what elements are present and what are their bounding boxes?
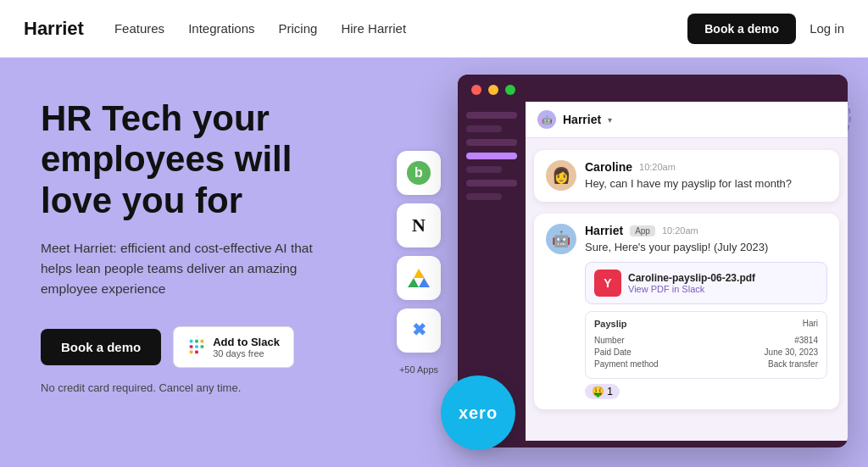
payslip-number-row: Number #3814 — [594, 336, 818, 345]
payslip-title: Payslip — [594, 319, 627, 329]
payslip-method-row: Payment method Back transfer — [594, 359, 818, 369]
payslip-label: Hari — [803, 319, 818, 333]
payslip-card: Payslip Hari Number #3814 Paid Date — [585, 311, 827, 379]
hero-left: HR Tech your employees will love you for… — [0, 58, 373, 467]
nav-links: Features Integrations Pricing Hire Harri… — [114, 21, 687, 36]
svg-rect-3 — [190, 346, 193, 349]
payslip-paid-label: Paid Date — [594, 347, 632, 357]
sidebar-line-2 — [466, 125, 502, 132]
chat-header: 🤖 Harriet ▾ — [526, 102, 848, 138]
file-attachment: Y Caroline-payslip-06-23.pdf View PDF in… — [585, 262, 827, 304]
app-more-label: +50 Apps — [399, 364, 438, 375]
caroline-msg-body: Caroline 10:20am Hey, can I have my pays… — [585, 160, 827, 192]
nav-book-demo-button[interactable]: Book a demo — [687, 14, 796, 44]
window-titlebar — [458, 75, 848, 102]
reaction-bubble[interactable]: 🤑 1 — [585, 384, 620, 399]
payslip-paid-row: Paid Date June 30, 2023 — [594, 347, 818, 357]
sidebar-line-7 — [466, 193, 502, 200]
app-icon-bubble: b — [397, 151, 441, 195]
slack-icon — [187, 337, 206, 356]
file-info: Caroline-payslip-06-23.pdf View PDF in S… — [628, 272, 818, 294]
nav-login-button[interactable]: Log in — [810, 21, 844, 36]
app-icon-drive — [397, 256, 441, 300]
caroline-text: Hey, can I have my payslip for last mont… — [585, 176, 827, 192]
window-dot-yellow — [488, 85, 498, 95]
navbar: Harriet Features Integrations Pricing Hi… — [0, 0, 868, 58]
slack-text-top: Add to Slack — [213, 336, 280, 348]
nav-hire-harriet[interactable]: Hire Harriet — [341, 21, 406, 36]
pdf-icon: Y — [594, 270, 621, 297]
harriet-msg-header: Harriet App 10:20am — [585, 224, 827, 237]
svg-rect-1 — [195, 340, 198, 343]
payslip-title-row: Payslip Hari — [594, 319, 818, 333]
logo: Harriet — [24, 18, 84, 40]
hero-no-card: No credit card required. Cancel any time… — [41, 381, 373, 394]
message-harriet: 🤖 Harriet App 10:20am Sure, Here's your … — [534, 214, 839, 409]
slack-text: Add to Slack 30 days free — [213, 336, 280, 359]
svg-rect-4 — [195, 346, 198, 349]
app-icon-notion: N — [397, 203, 441, 247]
hero-section: HR Tech your employees will love you for… — [0, 58, 868, 467]
sidebar-line-1 — [466, 112, 517, 119]
harriet-text: Sure, Here's your payslip! (July 2023) — [585, 240, 827, 255]
window-dot-green — [505, 85, 515, 95]
svg-rect-0 — [190, 340, 193, 343]
svg-marker-12 — [408, 278, 419, 287]
file-name: Caroline-payslip-06-23.pdf — [628, 272, 818, 284]
nav-integrations[interactable]: Integrations — [188, 21, 254, 36]
reaction-row: 🤑 1 — [585, 384, 827, 399]
nav-features[interactable]: Features — [114, 21, 164, 36]
caroline-msg-header: Caroline 10:20am — [585, 160, 827, 174]
chat-area: 🤖 Harriet ▾ 👩 Caroline 10:20am — [526, 102, 848, 441]
harriet-avatar: 🤖 — [546, 224, 576, 254]
svg-text:✖: ✖ — [412, 320, 426, 339]
sidebar-line-3 — [466, 139, 517, 146]
payslip-number-label: Number — [594, 336, 625, 345]
harriet-badge: App — [630, 225, 655, 236]
navbar-right: Book a demo Log in — [687, 14, 844, 44]
sidebar-line-4 — [466, 153, 517, 159]
sidebar-line-5 — [466, 166, 502, 173]
payslip-method-label: Payment method — [594, 359, 659, 369]
harriet-avatar-sm: 🤖 — [537, 110, 556, 129]
hero-book-demo-button[interactable]: Book a demo — [41, 329, 161, 365]
payslip-paid: June 30, 2023 — [765, 347, 818, 357]
caroline-name: Caroline — [585, 160, 632, 174]
slack-text-bot: 30 days free — [213, 348, 264, 359]
harriet-time: 10:20am — [662, 225, 698, 236]
payslip-number: #3814 — [794, 336, 818, 345]
chevron-down-icon: ▾ — [608, 115, 612, 125]
caroline-time: 10:20am — [639, 162, 676, 172]
window-dot-red — [471, 85, 481, 95]
chat-messages: 👩 Caroline 10:20am Hey, can I have my pa… — [526, 138, 848, 441]
sidebar-line-6 — [466, 180, 517, 186]
hero-cta-row: Book a demo Add to Slack 30 days free — [41, 326, 373, 368]
window-content: 🤖 Harriet ▾ 👩 Caroline 10:20am — [458, 102, 848, 441]
xero-label: xero — [459, 403, 498, 423]
xero-logo: xero — [441, 375, 515, 450]
chat-channel-name: Harriet — [563, 113, 601, 126]
svg-text:b: b — [415, 165, 423, 180]
nav-pricing[interactable]: Pricing — [279, 21, 318, 36]
hero-title: HR Tech your employees will love you for — [41, 98, 373, 221]
svg-rect-2 — [201, 340, 204, 343]
harriet-name: Harriet — [585, 224, 623, 237]
svg-marker-11 — [414, 269, 424, 278]
svg-marker-13 — [419, 278, 430, 287]
svg-rect-6 — [190, 351, 193, 354]
hero-right: ➤➤ b N — [373, 58, 868, 467]
message-caroline: 👩 Caroline 10:20am Hey, can I have my pa… — [534, 150, 839, 202]
payslip-method: Back transfer — [768, 359, 818, 369]
app-icons-column: b N ✖ +50 A — [397, 151, 441, 375]
hero-subtitle: Meet Harriet: efficient and cost-effecti… — [41, 238, 329, 299]
svg-rect-7 — [195, 351, 198, 354]
hero-add-slack-button[interactable]: Add to Slack 30 days free — [173, 326, 294, 368]
caroline-avatar: 👩 — [546, 160, 576, 191]
file-link[interactable]: View PDF in Slack — [628, 284, 818, 294]
svg-rect-5 — [201, 346, 204, 349]
app-window: 🤖 Harriet ▾ 👩 Caroline 10:20am — [458, 75, 848, 448]
app-icon-zapier: ✖ — [397, 309, 441, 353]
harriet-msg-body: Harriet App 10:20am Sure, Here's your pa… — [585, 224, 827, 399]
